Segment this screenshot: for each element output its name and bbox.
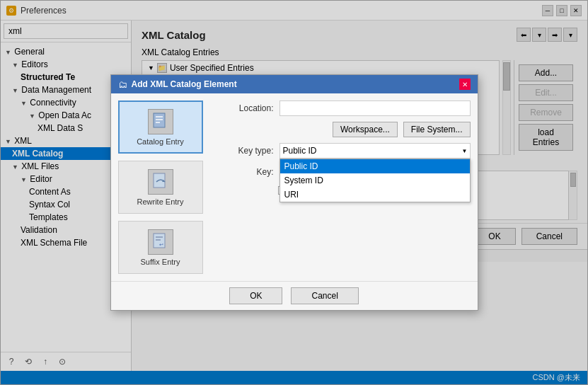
modal-close-button[interactable]: ✕ [459,79,471,90]
key-type-label: Key type: [217,146,274,156]
svg-rect-7 [156,236,163,238]
workspace-row: Workspace... File System... [217,122,471,137]
catalog-entry-icon [148,109,173,134]
rewrite-entry-icon [148,169,173,195]
svg-text:↩: ↩ [159,242,163,247]
svg-rect-3 [156,122,160,123]
rewrite-entry-label: Rewrite Entry [137,197,183,206]
location-label: Location: [217,103,274,113]
modal-title-left: 🗂 Add XML Catalog Element [118,79,237,90]
filesystem-button[interactable]: File System... [403,122,471,137]
modal-body: Catalog Entry Rewrite Entry [111,93,478,281]
modal-footer: OK Cancel [111,281,478,310]
modal-title-bar: 🗂 Add XML Catalog Element ✕ [111,75,478,93]
dropdown-list: Public ID System ID URI [279,159,471,202]
key-label: Key: [217,167,274,177]
dropdown-option-uri[interactable]: URI [280,188,470,202]
location-row: Location: [217,100,471,116]
location-input[interactable] [279,100,471,116]
svg-rect-2 [156,119,163,120]
dropdown-option-public-id[interactable]: Public ID [280,159,470,173]
suffix-entry-icon: ↩ [148,229,173,255]
modal-cancel-button[interactable]: Cancel [291,287,358,304]
dropdown-option-system-id[interactable]: System ID [280,173,470,188]
catalog-entry-label: Catalog Entry [137,137,184,146]
svg-rect-1 [156,116,163,117]
modal-title-icon: 🗂 [118,79,127,90]
rewrite-entry-option[interactable]: Rewrite Entry [118,161,203,214]
modal-overlay: 🗂 Add XML Catalog Element ✕ [0,0,588,385]
key-type-select[interactable]: Public ID System ID URI [279,143,471,159]
workspace-button[interactable]: Workspace... [333,122,398,137]
suffix-entry-option[interactable]: ↩ Suffix Entry [118,221,203,274]
svg-rect-8 [156,239,161,241]
modal-right-panel: Location: Workspace... File System... Ke… [217,100,471,274]
modal-title-text: Add XML Catalog Element [132,79,237,89]
catalog-entry-option[interactable]: Catalog Entry [118,100,203,154]
modal-ok-button[interactable]: OK [229,287,282,304]
modal-left-panel: Catalog Entry Rewrite Entry [118,100,210,274]
key-type-dropdown: Public ID System ID URI ▼ Public ID Syst… [279,143,471,159]
suffix-entry-label: Suffix Entry [140,258,180,266]
modal-dialog: 🗂 Add XML Catalog Element ✕ [110,74,478,311]
key-type-row: Key type: Public ID System ID URI ▼ Publ… [217,143,471,159]
